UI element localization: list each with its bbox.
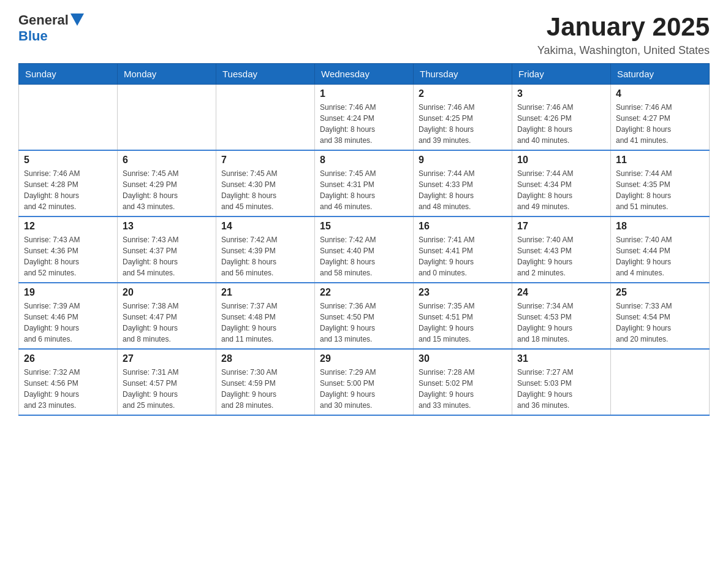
day-info: Sunrise: 7:27 AM Sunset: 5:03 PM Dayligh… — [517, 367, 605, 411]
day-info: Sunrise: 7:42 AM Sunset: 4:39 PM Dayligh… — [221, 234, 309, 278]
calendar-day-header: Tuesday — [216, 64, 315, 85]
day-info: Sunrise: 7:37 AM Sunset: 4:48 PM Dayligh… — [221, 301, 309, 345]
calendar-cell: 7Sunrise: 7:45 AM Sunset: 4:30 PM Daylig… — [216, 150, 315, 216]
day-info: Sunrise: 7:38 AM Sunset: 4:47 PM Dayligh… — [123, 301, 211, 345]
calendar-cell: 9Sunrise: 7:44 AM Sunset: 4:33 PM Daylig… — [414, 150, 512, 216]
day-number: 25 — [616, 287, 704, 298]
calendar-cell: 13Sunrise: 7:43 AM Sunset: 4:37 PM Dayli… — [118, 216, 216, 283]
calendar-cell: 27Sunrise: 7:31 AM Sunset: 4:57 PM Dayli… — [118, 349, 216, 415]
day-number: 5 — [24, 155, 112, 166]
day-info: Sunrise: 7:42 AM Sunset: 4:40 PM Dayligh… — [320, 234, 408, 278]
day-info: Sunrise: 7:35 AM Sunset: 4:51 PM Dayligh… — [419, 301, 507, 345]
day-number: 27 — [123, 353, 211, 364]
day-number: 31 — [517, 353, 605, 364]
day-info: Sunrise: 7:43 AM Sunset: 4:37 PM Dayligh… — [123, 234, 211, 278]
day-number: 9 — [419, 155, 507, 166]
calendar-week-row: 5Sunrise: 7:46 AM Sunset: 4:28 PM Daylig… — [19, 150, 710, 216]
calendar-cell: 11Sunrise: 7:44 AM Sunset: 4:35 PM Dayli… — [611, 150, 710, 216]
day-info: Sunrise: 7:46 AM Sunset: 4:25 PM Dayligh… — [419, 102, 507, 146]
day-info: Sunrise: 7:32 AM Sunset: 4:56 PM Dayligh… — [24, 367, 112, 411]
day-info: Sunrise: 7:46 AM Sunset: 4:27 PM Dayligh… — [616, 102, 704, 146]
day-info: Sunrise: 7:41 AM Sunset: 4:41 PM Dayligh… — [419, 234, 507, 278]
calendar-cell: 8Sunrise: 7:45 AM Sunset: 4:31 PM Daylig… — [315, 150, 414, 216]
day-number: 21 — [221, 287, 309, 298]
logo-blue: Blue — [18, 28, 48, 44]
calendar-cell: 1Sunrise: 7:46 AM Sunset: 4:24 PM Daylig… — [315, 85, 414, 151]
calendar-cell: 16Sunrise: 7:41 AM Sunset: 4:41 PM Dayli… — [414, 216, 512, 283]
calendar-week-row: 26Sunrise: 7:32 AM Sunset: 4:56 PM Dayli… — [19, 349, 710, 415]
calendar-cell: 3Sunrise: 7:46 AM Sunset: 4:26 PM Daylig… — [512, 85, 611, 151]
day-number: 23 — [419, 287, 507, 298]
calendar-cell: 25Sunrise: 7:33 AM Sunset: 4:54 PM Dayli… — [611, 283, 710, 349]
day-info: Sunrise: 7:36 AM Sunset: 4:50 PM Dayligh… — [320, 301, 408, 345]
svg-marker-0 — [70, 13, 84, 26]
day-info: Sunrise: 7:45 AM Sunset: 4:29 PM Dayligh… — [123, 168, 211, 212]
day-info: Sunrise: 7:28 AM Sunset: 5:02 PM Dayligh… — [419, 367, 507, 411]
calendar-cell: 5Sunrise: 7:46 AM Sunset: 4:28 PM Daylig… — [19, 150, 118, 216]
page-header: General Blue January 2025 Yakima, Washin… — [18, 12, 710, 57]
calendar-cell — [19, 85, 118, 151]
calendar-cell — [118, 85, 216, 151]
calendar-cell: 28Sunrise: 7:30 AM Sunset: 4:59 PM Dayli… — [216, 349, 315, 415]
logo-general: General — [18, 12, 69, 28]
day-number: 2 — [419, 88, 507, 99]
day-info: Sunrise: 7:44 AM Sunset: 4:35 PM Dayligh… — [616, 168, 704, 212]
day-number: 29 — [320, 353, 408, 364]
day-number: 13 — [123, 221, 211, 232]
calendar-cell: 18Sunrise: 7:40 AM Sunset: 4:44 PM Dayli… — [611, 216, 710, 283]
calendar-cell: 21Sunrise: 7:37 AM Sunset: 4:48 PM Dayli… — [216, 283, 315, 349]
day-info: Sunrise: 7:29 AM Sunset: 5:00 PM Dayligh… — [320, 367, 408, 411]
day-info: Sunrise: 7:30 AM Sunset: 4:59 PM Dayligh… — [221, 367, 309, 411]
calendar-subtitle: Yakima, Washington, United States — [537, 44, 710, 57]
day-number: 24 — [517, 287, 605, 298]
day-number: 28 — [221, 353, 309, 364]
calendar-cell: 23Sunrise: 7:35 AM Sunset: 4:51 PM Dayli… — [414, 283, 512, 349]
calendar-week-row: 1Sunrise: 7:46 AM Sunset: 4:24 PM Daylig… — [19, 85, 710, 151]
calendar-table: SundayMondayTuesdayWednesdayThursdayFrid… — [18, 63, 710, 416]
calendar-cell: 17Sunrise: 7:40 AM Sunset: 4:43 PM Dayli… — [512, 216, 611, 283]
calendar-day-header: Wednesday — [315, 64, 414, 85]
day-number: 17 — [517, 221, 605, 232]
day-info: Sunrise: 7:34 AM Sunset: 4:53 PM Dayligh… — [517, 301, 605, 345]
day-number: 3 — [517, 88, 605, 99]
day-number: 22 — [320, 287, 408, 298]
day-number: 1 — [320, 88, 408, 99]
day-info: Sunrise: 7:46 AM Sunset: 4:24 PM Dayligh… — [320, 102, 408, 146]
day-number: 26 — [24, 353, 112, 364]
calendar-cell: 26Sunrise: 7:32 AM Sunset: 4:56 PM Dayli… — [19, 349, 118, 415]
day-info: Sunrise: 7:40 AM Sunset: 4:44 PM Dayligh… — [616, 234, 704, 278]
calendar-cell: 15Sunrise: 7:42 AM Sunset: 4:40 PM Dayli… — [315, 216, 414, 283]
day-number: 16 — [419, 221, 507, 232]
day-number: 20 — [123, 287, 211, 298]
day-info: Sunrise: 7:44 AM Sunset: 4:34 PM Dayligh… — [517, 168, 605, 212]
day-number: 10 — [517, 155, 605, 166]
calendar-cell: 31Sunrise: 7:27 AM Sunset: 5:03 PM Dayli… — [512, 349, 611, 415]
calendar-day-header: Saturday — [611, 64, 710, 85]
calendar-cell: 6Sunrise: 7:45 AM Sunset: 4:29 PM Daylig… — [118, 150, 216, 216]
day-number: 7 — [221, 155, 309, 166]
calendar-day-header: Thursday — [414, 64, 512, 85]
calendar-cell: 20Sunrise: 7:38 AM Sunset: 4:47 PM Dayli… — [118, 283, 216, 349]
day-number: 15 — [320, 221, 408, 232]
day-info: Sunrise: 7:45 AM Sunset: 4:31 PM Dayligh… — [320, 168, 408, 212]
logo-triangle-icon — [70, 13, 84, 26]
day-info: Sunrise: 7:43 AM Sunset: 4:36 PM Dayligh… — [24, 234, 112, 278]
day-info: Sunrise: 7:33 AM Sunset: 4:54 PM Dayligh… — [616, 301, 704, 345]
calendar-title: January 2025 — [537, 12, 710, 42]
calendar-week-row: 19Sunrise: 7:39 AM Sunset: 4:46 PM Dayli… — [19, 283, 710, 349]
calendar-day-header: Friday — [512, 64, 611, 85]
day-number: 30 — [419, 353, 507, 364]
calendar-cell — [611, 349, 710, 415]
calendar-week-row: 12Sunrise: 7:43 AM Sunset: 4:36 PM Dayli… — [19, 216, 710, 283]
day-number: 12 — [24, 221, 112, 232]
calendar-header-row: SundayMondayTuesdayWednesdayThursdayFrid… — [19, 64, 710, 85]
day-info: Sunrise: 7:46 AM Sunset: 4:26 PM Dayligh… — [517, 102, 605, 146]
day-info: Sunrise: 7:46 AM Sunset: 4:28 PM Dayligh… — [24, 168, 112, 212]
calendar-day-header: Monday — [118, 64, 216, 85]
calendar-cell: 14Sunrise: 7:42 AM Sunset: 4:39 PM Dayli… — [216, 216, 315, 283]
logo: General Blue — [18, 12, 84, 44]
day-info: Sunrise: 7:44 AM Sunset: 4:33 PM Dayligh… — [419, 168, 507, 212]
calendar-cell: 2Sunrise: 7:46 AM Sunset: 4:25 PM Daylig… — [414, 85, 512, 151]
day-number: 8 — [320, 155, 408, 166]
day-number: 11 — [616, 155, 704, 166]
